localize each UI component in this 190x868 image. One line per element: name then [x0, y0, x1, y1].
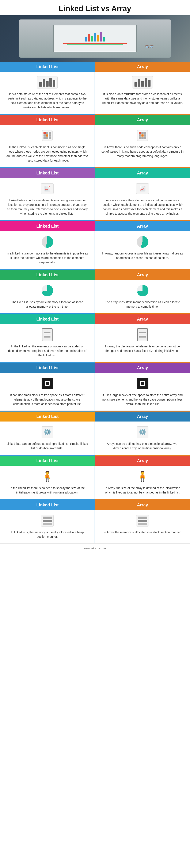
text-left-3: In a linked list random access to the el… — [6, 251, 88, 265]
content-cell-left-2: 📈 Linked lists cannot store elements in … — [0, 178, 95, 220]
sdcard-icon — [42, 328, 52, 341]
storage-icon — [136, 515, 149, 527]
content-row-9: In linked lists, the memory is usually a… — [0, 510, 190, 544]
pie2-icon — [136, 284, 149, 297]
content-row-0: It is a data structure of the set of ele… — [0, 72, 190, 114]
text-right-6: It uses large blocks of free space to st… — [101, 393, 184, 406]
icon-left-5 — [39, 328, 56, 341]
hero-screen — [53, 25, 137, 52]
icon-right-6 — [134, 377, 151, 390]
arrow-up-icon: 📈 — [41, 183, 53, 194]
section-header-6: Linked List Array — [0, 363, 190, 373]
section-header-left-1: Linked List — [0, 115, 95, 125]
block-icon — [42, 378, 53, 389]
section-header-left-2: Linked List — [0, 168, 95, 178]
icon-left-2: 📈 — [39, 182, 56, 195]
pie2-icon — [41, 284, 53, 297]
person-icon: 🧍 — [136, 469, 149, 484]
text-right-3: In Array, random access is possible as i… — [101, 251, 184, 260]
text-left-8: In the linked list there is no need to s… — [6, 486, 88, 495]
section-header-left-6: Linked List — [0, 363, 95, 373]
content-row-7: ⚙️ Linked lists can be defined as a simp… — [0, 422, 190, 455]
text-right-8: In Array, the size of the array is defin… — [101, 486, 184, 495]
text-right-4: The array uses static memory allocation … — [101, 300, 184, 309]
content-cell-right-3: In Array, random access is possible as i… — [95, 231, 190, 269]
section-header-right-4: Array — [95, 270, 190, 280]
icon-left-4 — [39, 284, 56, 297]
content-cell-right-4: The array uses static memory allocation … — [95, 280, 190, 313]
content-cell-right-0: It is also a data structure that stores … — [95, 72, 190, 114]
section-header-1: Linked List Array — [0, 115, 190, 125]
section-header-2: Linked List Array — [0, 168, 190, 178]
hero-desk: 👓 — [19, 20, 171, 58]
icon-right-2: 📈 — [134, 182, 151, 195]
content-row-4: The liked list uses dynamic memory alloc… — [0, 280, 190, 313]
section-header-left-9: Linked List — [0, 500, 95, 510]
glasses-decoration: 👓 — [145, 42, 154, 51]
section-header-7: Linked List Array — [0, 411, 190, 422]
content-cell-right-8: 🧍 In Array, the size of the array is def… — [95, 466, 190, 499]
content-cell-left-6: It can use small blocks of free space as… — [0, 373, 95, 410]
pie-icon — [136, 236, 149, 248]
content-cell-left-8: 🧍 In the linked list there is no need to… — [0, 466, 95, 499]
section-header-5: Linked List Array — [0, 314, 190, 324]
section-header-right-5: Array — [95, 314, 190, 324]
content-cell-left-4: The liked list uses dynamic memory alloc… — [0, 280, 95, 313]
content-cell-right-6: It uses large blocks of free space to st… — [95, 373, 190, 410]
content-cell-left-7: ⚙️ Linked lists can be defined as a simp… — [0, 422, 95, 455]
text-right-5: In array the declaration of elements onc… — [101, 344, 184, 353]
hero-image: 👓 — [0, 15, 190, 62]
footer-url: www.educba.com — [84, 547, 106, 550]
text-left-1: In the Linked list each element is consi… — [6, 145, 88, 163]
grid-icon — [137, 130, 148, 141]
section-header-right-6: Array — [95, 363, 190, 373]
text-left-9: In linked lists, the memory is usually a… — [6, 530, 88, 539]
section-header-left-4: Linked List — [0, 270, 95, 280]
icon-right-1 — [134, 129, 151, 142]
content-row-6: It can use small blocks of free space as… — [0, 373, 190, 411]
hero-chart — [85, 32, 105, 41]
icon-left-6 — [39, 377, 56, 390]
page-title: Linked List vs Array — [2, 4, 188, 13]
icon-left-9 — [39, 514, 56, 527]
bar-chart-icon — [37, 76, 58, 89]
hero-line — [63, 43, 126, 43]
icon-left-7: ⚙️ — [39, 426, 56, 438]
content-cell-left-9: In linked lists, the memory is usually a… — [0, 510, 95, 543]
section-header-left-5: Linked List — [0, 314, 95, 324]
page-header: Linked List vs Array — [0, 0, 190, 15]
bar-chart-icon — [132, 76, 153, 89]
text-right-7: Arrays can be defined in a one-dimension… — [101, 442, 184, 451]
hero-line2 — [67, 44, 123, 45]
content-cell-left-0: It is a data structure of the set of ele… — [0, 72, 95, 114]
content-cell-right-9: In Array, the memory is allocated in a s… — [95, 510, 190, 543]
content-cell-left-3: In a linked list random access to the el… — [0, 231, 95, 269]
content-row-8: 🧍 In the linked list there is no need to… — [0, 466, 190, 499]
person-icon: 🧍 — [41, 469, 53, 484]
grid-icon — [42, 130, 52, 141]
text-right-0: It is also a data structure that stores … — [101, 92, 184, 105]
section-header-right-3: Array — [95, 221, 190, 231]
text-right-9: In Array, the memory is allocated in a s… — [104, 530, 182, 534]
footer: www.educba.com — [0, 544, 190, 553]
icon-right-4 — [134, 284, 151, 297]
text-left-0: It is a data structure of the set of ele… — [6, 92, 88, 110]
section-header-right-9: Array — [95, 500, 190, 510]
arrow-up-icon: 📈 — [136, 183, 149, 194]
content-row-2: 📈 Linked lists cannot store elements in … — [0, 178, 190, 220]
section-header-right-1: Array — [95, 115, 190, 125]
content-cell-right-5: In array the declaration of elements onc… — [95, 324, 190, 362]
section-header-left-8: Linked List — [0, 456, 95, 466]
block-icon — [137, 378, 148, 389]
content-cell-left-1: In the Linked list each element is consi… — [0, 125, 95, 167]
sections-container: Linked List Array It is a data structure… — [0, 62, 190, 544]
section-header-8: Linked List Array — [0, 456, 190, 466]
section-header-right-2: Array — [95, 168, 190, 178]
content-cell-right-2: 📈 Arrays can store their elements in a c… — [95, 178, 190, 220]
icon-right-0 — [134, 76, 151, 89]
icon-left-8: 🧍 — [39, 470, 56, 483]
section-header-0: Linked List Array — [0, 62, 190, 72]
icon-right-9 — [134, 514, 151, 527]
text-right-2: Arrays can store their elements in a con… — [101, 198, 184, 216]
pie-icon — [41, 236, 53, 248]
